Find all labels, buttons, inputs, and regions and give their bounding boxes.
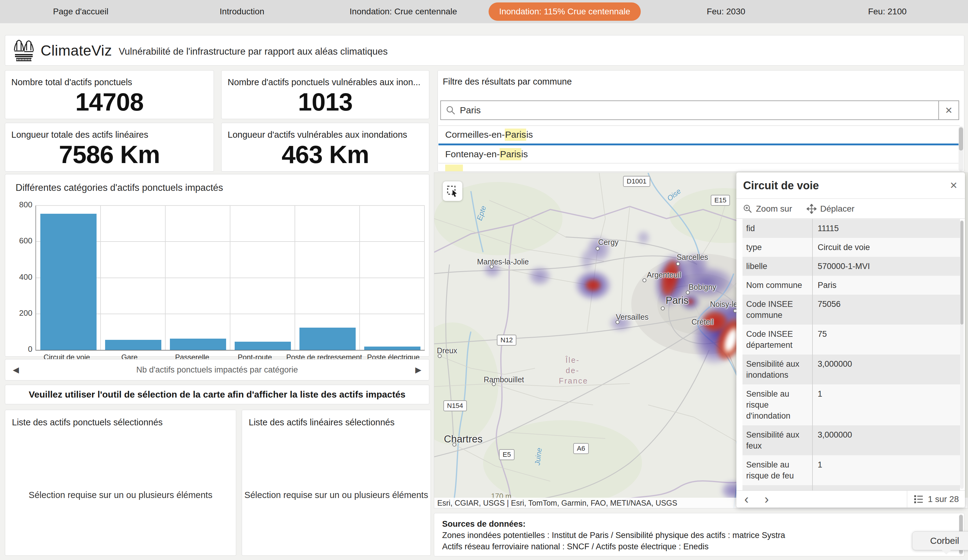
commune-suggestion[interactable]: Cormeilles-en-Parisis bbox=[438, 126, 960, 144]
rectangle-select-tool-button[interactable] bbox=[443, 182, 462, 201]
bar-chart-plot: 0200400600800 bbox=[35, 205, 425, 350]
panel-title: Liste des actifs linéaires sélectionnés bbox=[249, 417, 394, 428]
nav-tab-6[interactable]: Feu: 2100 bbox=[859, 3, 916, 20]
attribute-row: libelle570000-1-MVI bbox=[743, 257, 960, 276]
header-card: ClimateViz Vulnérabilité de l'infrastruc… bbox=[5, 35, 964, 66]
road-shield-N12: N12 bbox=[497, 335, 516, 346]
move-arrows-icon bbox=[807, 204, 816, 214]
city-label-Rambouillet: Rambouillet bbox=[484, 375, 524, 384]
road-shield-A6: A6 bbox=[573, 443, 589, 454]
city-dot bbox=[490, 265, 494, 269]
pan-to-button[interactable]: Déplacer bbox=[807, 204, 854, 214]
lines-list-panel: Liste des actifs linéaires sélectionnés … bbox=[242, 410, 431, 556]
zoom-to-button[interactable]: Zoom sur bbox=[743, 204, 792, 214]
y-tick-label: 600 bbox=[8, 236, 32, 246]
road-shield-E15: E15 bbox=[711, 195, 730, 206]
city-label-Versailles: Versailles bbox=[616, 313, 649, 322]
search-box bbox=[440, 101, 939, 120]
bar-Poste de redressement[interactable] bbox=[300, 328, 356, 350]
region-label-ile-de-france: Île-de- France bbox=[559, 355, 586, 386]
stat-title: Nombre total d'actifs ponctuels bbox=[5, 71, 214, 88]
popup-title: Circuit de voie bbox=[743, 179, 819, 192]
city-label-Sarcelles: Sarcelles bbox=[677, 253, 708, 262]
river-label-Juine: Juine bbox=[533, 447, 544, 466]
sources-line: Actifs réseau ferroviaire national : SNC… bbox=[442, 542, 956, 552]
y-tick-label: 200 bbox=[8, 308, 32, 318]
bar-Poste électrique[interactable] bbox=[364, 347, 421, 350]
chart-next-arrow[interactable]: ▶ bbox=[408, 365, 429, 375]
top-nav: Page d'accueilIntroductionInondation: Cr… bbox=[0, 0, 968, 23]
search-clear-button[interactable]: ✕ bbox=[939, 101, 959, 120]
bar-Circuit de voie[interactable] bbox=[40, 214, 96, 350]
attribute-row: Nom communeParis bbox=[743, 276, 960, 295]
app-title: ClimateViz bbox=[41, 42, 112, 59]
stat-title: Longueur totale des actifs linéaires bbox=[5, 123, 214, 140]
stat-value: 7586 Km bbox=[5, 140, 214, 171]
selection-notice: Veuillez utiliser l'outil de sélection d… bbox=[5, 385, 429, 404]
map-tooltip-corbeil: Corbeil bbox=[912, 531, 968, 550]
attribute-row: fid11115 bbox=[743, 219, 960, 238]
pagination-prev-icon[interactable]: ‹ bbox=[736, 493, 757, 505]
pagination-next-icon[interactable]: › bbox=[757, 493, 777, 505]
nav-tab-2[interactable]: Introduction bbox=[211, 3, 273, 20]
panel-title: Liste des actifs ponctuels sélectionnés bbox=[12, 417, 162, 428]
suggestions-scrollbar[interactable] bbox=[958, 126, 963, 171]
app-subtitle: Vulnérabilité de l'infrastructure par ra… bbox=[119, 44, 388, 57]
commune-suggestion-partial[interactable] bbox=[438, 164, 960, 171]
attribute-row: Sensibilité aux inondations3,000000 bbox=[743, 355, 960, 385]
y-tick-label: 400 bbox=[8, 273, 32, 282]
nav-tab-5[interactable]: Feu: 2030 bbox=[698, 3, 754, 20]
popup-scrollbar[interactable] bbox=[960, 220, 964, 489]
nav-tab-3[interactable]: Inondation: Crue centennale bbox=[340, 3, 466, 20]
popup-header: Circuit de voie ✕ bbox=[736, 172, 965, 199]
road-shield-N154: N154 bbox=[443, 400, 467, 411]
bar-Pont-route[interactable] bbox=[235, 342, 291, 350]
chart-prev-arrow[interactable]: ◀ bbox=[5, 365, 27, 375]
commune-suggestion-list: Cormeilles-en-ParisisFontenay-en-Parisis bbox=[438, 126, 960, 171]
popup-pagination: ‹ › 1 sur 28 bbox=[736, 491, 965, 507]
magnifier-plus-icon bbox=[743, 204, 752, 213]
city-dot bbox=[661, 307, 665, 311]
nav-tab-1[interactable]: Page d'accueil bbox=[44, 3, 117, 20]
stat-title: Nombre d'actifs ponctuels vulnérables au… bbox=[222, 71, 429, 88]
city-label-Paris: Paris bbox=[665, 295, 688, 306]
city-dot bbox=[492, 382, 496, 386]
stat-value: 1013 bbox=[222, 88, 429, 119]
bar-Passerelle[interactable] bbox=[170, 339, 226, 350]
attribute-row: Sensible au risque d'inondation1 bbox=[743, 385, 960, 425]
attribute-table: fid11115typeCircuit de voielibelle570000… bbox=[743, 219, 960, 491]
bar-Gare[interactable] bbox=[105, 340, 161, 350]
city-dot bbox=[686, 291, 690, 295]
highlight-match: Paris bbox=[505, 129, 526, 141]
city-dot bbox=[453, 443, 456, 447]
chart-footer: ◀ Nb d'actifs ponctuels impactés par cat… bbox=[5, 359, 429, 380]
stat-value: 14708 bbox=[5, 88, 214, 119]
city-dot bbox=[643, 279, 646, 282]
commune-search-input[interactable] bbox=[460, 105, 938, 116]
stat-card-total-points: Nombre total d'actifs ponctuels 14708 bbox=[5, 70, 214, 119]
nav-tab-4[interactable]: Inondation: 115% Crue centennale bbox=[489, 2, 640, 21]
road-shield-D1001: D1001 bbox=[623, 176, 650, 187]
city-dot bbox=[616, 320, 620, 324]
city-label-Chartres: Chartres bbox=[444, 433, 483, 445]
popup-close-icon[interactable]: ✕ bbox=[950, 180, 958, 191]
commune-filter-card: Filtre des résultats par commune ✕ Corme… bbox=[438, 70, 964, 172]
stat-card-vulnerable-length: Longueur d'actifs vulnérables aux inonda… bbox=[221, 123, 429, 172]
pagination-count: 1 sur 28 bbox=[928, 494, 959, 504]
filter-title: Filtre des résultats par commune bbox=[443, 77, 572, 87]
y-tick-label: 0 bbox=[8, 344, 32, 354]
y-tick-label: 800 bbox=[8, 200, 32, 210]
city-label-Mantes-la-Jolie: Mantes-la-Jolie bbox=[477, 258, 529, 266]
feature-list-icon[interactable] bbox=[913, 494, 924, 504]
category-chart-card: Différentes catégories d'actifs ponctuel… bbox=[5, 174, 429, 357]
search-icon bbox=[446, 105, 456, 115]
sources-line: Zones inondées potentielles : Institut d… bbox=[442, 531, 956, 540]
feature-popup: Circuit de voie ✕ Zoom sur Déplacer fid1… bbox=[736, 172, 965, 507]
panel-empty-message: Sélection requise sur un ou plusieurs él… bbox=[242, 490, 431, 500]
river-label-Oise: Oise bbox=[665, 187, 683, 203]
attribute-row: Sensibilité au retrait gonflement des ar… bbox=[743, 485, 960, 491]
chart-title: Différentes catégories d'actifs ponctuel… bbox=[16, 182, 223, 193]
commune-suggestion[interactable]: Fontenay-en-Parisis bbox=[438, 145, 960, 163]
river-label-Epte: Epte bbox=[475, 205, 488, 222]
attribute-row: Code INSEE commune75056 bbox=[743, 295, 960, 325]
